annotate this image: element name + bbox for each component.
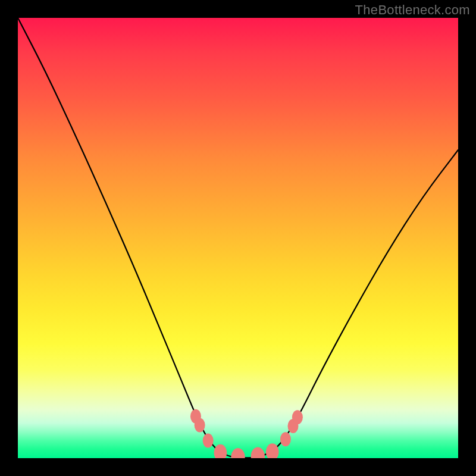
curve-marker [292,410,303,424]
curve-marker [195,418,205,433]
marker-group [190,409,303,458]
curve-marker [214,444,227,458]
plot-area [18,18,458,458]
watermark-label: TheBottleneck.com [355,2,470,18]
curve-marker [251,447,265,458]
chart-svg [18,18,458,458]
chart-frame: TheBottleneck.com [0,0,476,476]
curve-marker [231,448,245,458]
curve-marker [203,433,214,447]
curve-line [18,18,458,458]
curve-marker [266,443,279,458]
curve-marker [280,432,291,446]
